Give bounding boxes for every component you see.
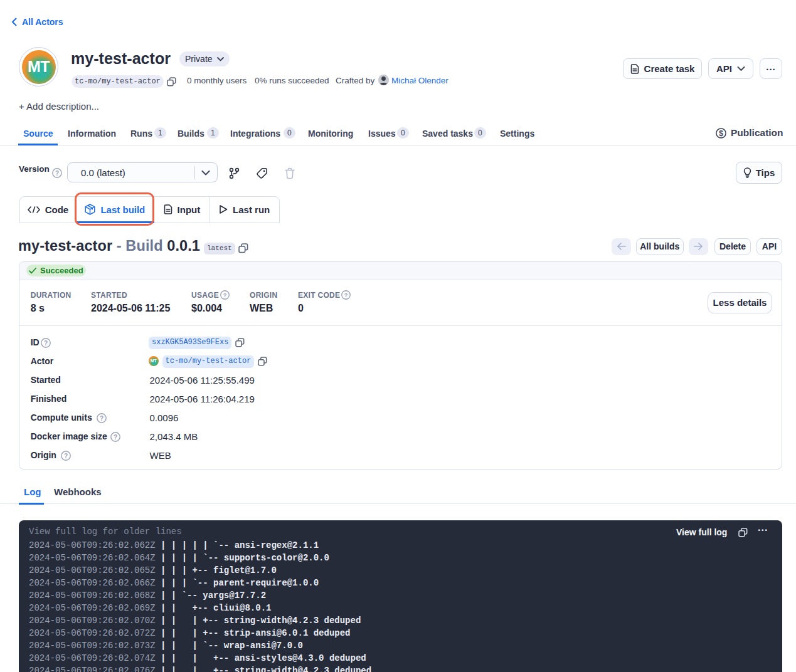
svg-text:?: ? (64, 453, 68, 459)
svg-text:?: ? (43, 340, 47, 347)
svg-text:?: ? (223, 292, 227, 298)
svg-text:?: ? (114, 434, 117, 441)
svg-text:$: $ (719, 129, 723, 137)
svg-text:?: ? (344, 292, 348, 298)
svg-text:?: ? (55, 170, 59, 177)
svg-text:?: ? (99, 415, 103, 422)
